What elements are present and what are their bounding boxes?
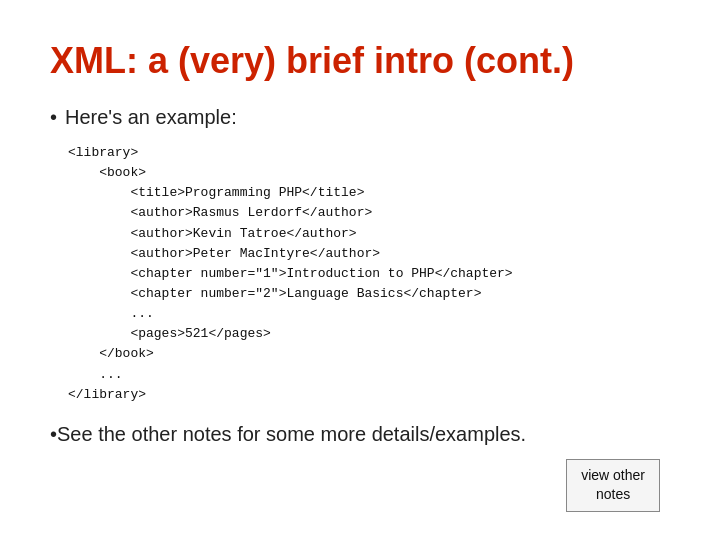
bullet-1: • Here's an example:	[50, 106, 670, 129]
view-other-line2: notes	[596, 486, 630, 502]
code-block: <library> <book> <title>Programming PHP<…	[68, 143, 670, 405]
bullet-1-text: Here's an example:	[65, 106, 237, 129]
bullet-2-text: See the other notes for some more detail…	[57, 423, 526, 446]
bullet-2: • See the other notes for some more deta…	[50, 423, 670, 446]
slide: XML: a (very) brief intro (cont.) • Here…	[0, 0, 720, 540]
slide-title: XML: a (very) brief intro (cont.)	[50, 40, 670, 82]
view-other-line1: view other	[581, 467, 645, 483]
view-other-notes-button[interactable]: view other notes	[566, 459, 660, 512]
bullet-2-prefix: •	[50, 423, 57, 446]
bullet-1-prefix: •	[50, 106, 57, 129]
